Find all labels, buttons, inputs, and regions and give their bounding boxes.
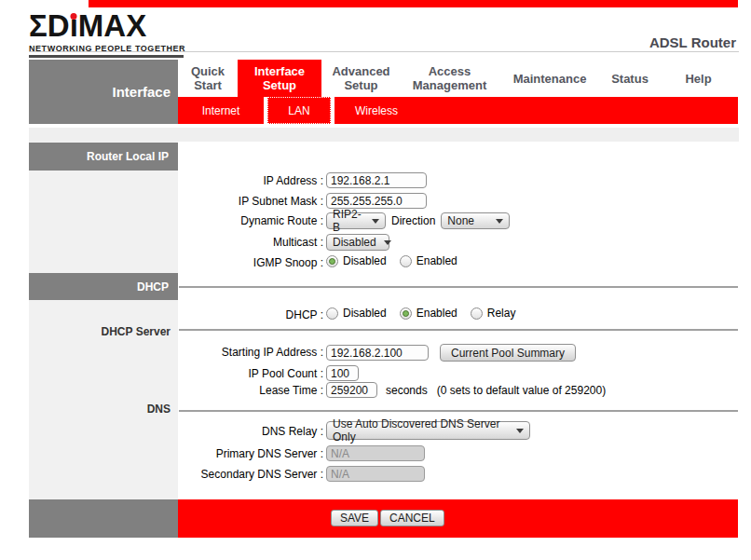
sidebar-column [29,142,178,499]
dns-relay-label: DNS Relay : [178,425,323,438]
starting-ip-label: Starting IP Address : [178,346,323,359]
igmp-disabled-label: Disabled [343,254,387,267]
chevron-down-icon [496,219,503,224]
sub-tabs-bar: Internet LAN Wireless [178,97,738,124]
multicast-value: Disabled [333,236,376,249]
dynamic-route-select[interactable]: RIP2-B [326,212,386,229]
igmp-snoop-label: IGMP Snoop : [178,256,323,269]
subtab-internet[interactable]: Internet [178,97,264,124]
ip-address-label: IP Address : [178,174,323,187]
footer-red-bar: SAVE CANCEL [178,499,738,538]
cancel-button[interactable]: CANCEL [380,510,444,526]
footer-gray-block [29,499,178,538]
secondary-dns-row [326,466,425,482]
dynamic-route-label: Dynamic Route : [178,214,323,227]
tab-access-management[interactable]: Access Management [401,60,498,97]
secondary-dns-input [326,466,425,482]
primary-dns-input [326,445,425,461]
dhcp-disabled-radio[interactable] [326,307,338,320]
dhcp-relay-radio[interactable] [471,307,483,320]
sidebar-label-dns: DNS [29,403,171,416]
dhcp-relay-label: Relay [487,307,516,320]
logo-red-dot-icon [71,13,77,20]
multicast-label: Multicast : [178,236,323,249]
content-top-bar [29,128,739,142]
tab-interface-setup[interactable]: Interface Setup [238,60,321,97]
primary-dns-label: Primary DNS Server : [178,447,323,460]
lease-time-note: (0 sets to default value of 259200) [437,384,606,397]
subtab-lan[interactable]: LAN [267,97,331,124]
primary-dns-row [326,445,425,461]
multicast-row: Disabled [326,234,389,251]
secondary-dns-label: Secondary DNS Server : [178,468,323,481]
tab-help[interactable]: Help [659,60,738,97]
direction-value: None [447,214,474,227]
logo-text-left: ΣD [29,8,70,43]
dhcp-disabled-label: Disabled [343,307,387,320]
tab-quick-start[interactable]: Quick Start [178,60,238,97]
subnet-mask-input[interactable] [326,193,427,209]
dns-relay-row: Use Auto Discovered DNS Server Only [326,421,530,440]
direction-label: Direction [391,214,435,227]
direction-select[interactable]: None [441,212,510,229]
logo-text-right: MAX [78,8,146,43]
dhcp-row: Disabled Enabled Relay [326,307,528,320]
lease-time-input[interactable] [326,382,377,398]
main-tabs: Quick Start Interface Setup Advanced Set… [178,60,738,97]
dynamic-route-value: RIP2-B [333,208,364,234]
sidebar-label-dhcp-server: DHCP Server [29,325,171,338]
lease-time-label: Lease Time : [178,384,323,397]
dhcp-enabled-label: Enabled [416,307,457,320]
ip-address-row [326,172,427,188]
dns-relay-value: Use Auto Discovered DNS Server Only [333,417,509,444]
section-router-local-ip: Router Local IP [29,143,178,171]
divider-dhcp-server [179,329,738,331]
ip-address-input[interactable] [326,172,427,188]
igmp-enabled-radio[interactable] [400,255,412,267]
pool-count-label: IP Pool Count : [178,367,323,380]
logo-underline [29,55,184,58]
section-dhcp: DHCP [29,273,178,300]
pool-count-input[interactable] [326,365,359,381]
subnet-mask-row [326,193,427,209]
subtab-wireless[interactable]: Wireless [335,97,418,124]
tab-status[interactable]: Status [601,60,659,97]
sidebar-section-title: Interface [29,60,178,124]
tab-maintenance[interactable]: Maintenance [498,60,601,97]
current-pool-summary-button[interactable]: Current Pool Summary [440,344,576,362]
lease-time-row: seconds (0 sets to default value of 2592… [326,382,606,398]
dns-relay-select[interactable]: Use Auto Discovered DNS Server Only [326,421,530,440]
chevron-down-icon [516,429,524,433]
save-button[interactable]: SAVE [331,510,378,526]
divider-dhcp [179,286,738,288]
edimax-logo-text: ΣDıMAX [29,9,197,43]
igmp-enabled-label: Enabled [416,254,457,267]
chevron-down-icon [384,240,391,245]
chevron-down-icon [372,219,379,224]
lease-time-unit: seconds [386,384,428,397]
multicast-select[interactable]: Disabled [326,234,389,251]
tab-advanced-setup[interactable]: Advanced Setup [321,60,401,97]
igmp-disabled-radio[interactable] [326,255,338,267]
igmp-snoop-row: Disabled Enabled [326,254,471,267]
pool-count-row [326,365,359,381]
starting-ip-row: Current Pool Summary [326,344,576,362]
starting-ip-input[interactable] [326,345,429,361]
router-admin-page: ΣDıMAX NETWORKING PEOPLE TOGETHER ADSL R… [0,0,751,560]
logo-letter-i: ı [70,9,78,43]
dynamic-route-row: RIP2-B Direction None [326,212,510,229]
subnet-mask-label: IP Subnet Mask : [178,195,323,208]
dhcp-label: DHCP : [178,308,323,321]
dhcp-enabled-radio[interactable] [400,307,412,320]
divider-dns [179,410,738,412]
top-red-bar [89,0,738,7]
header-divider [29,51,739,52]
product-title: ADSL Router [606,34,736,50]
